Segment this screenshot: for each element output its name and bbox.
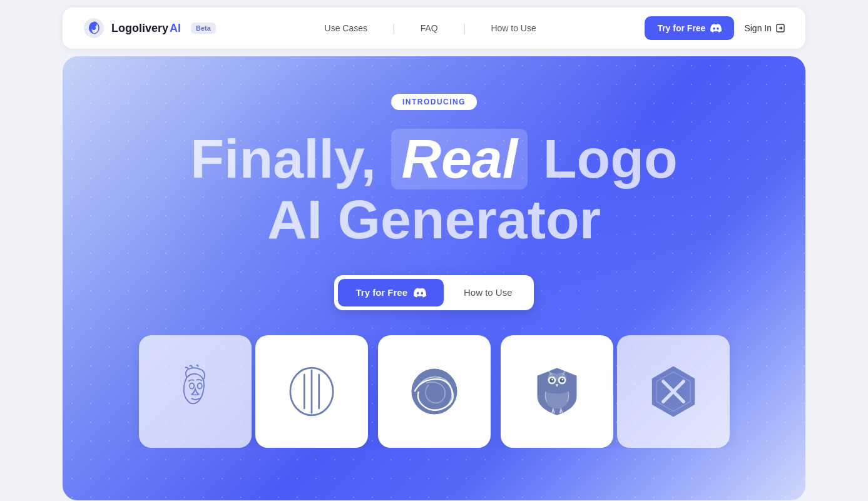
hero-section: INTRODUCING Finally, Real Logo AI Genera…	[63, 56, 805, 500]
brand-name: LogoliveryAI	[111, 22, 181, 35]
hero-title-line2: AI Generator	[190, 190, 677, 250]
hero-title: Finally, Real Logo AI Generator	[190, 129, 677, 250]
face-logo-icon	[167, 363, 223, 420]
brand-logo-icon	[83, 17, 105, 39]
navbar-links: Use Cases | FAQ | How to Use	[325, 22, 536, 35]
logo-card-5	[617, 335, 730, 448]
introducing-badge: INTRODUCING	[391, 94, 477, 110]
nav-divider-2: |	[463, 22, 466, 35]
navbar-try-free-button[interactable]: Try for Free	[645, 16, 734, 40]
logo-card-4	[501, 335, 613, 448]
discord-icon	[710, 23, 722, 34]
navbar: LogoliveryAI Beta Use Cases | FAQ | How …	[63, 8, 805, 49]
logo-card-3	[378, 335, 491, 448]
svg-point-3	[190, 383, 194, 388]
svg-point-16	[561, 378, 563, 380]
hero-title-real: Real	[391, 129, 528, 190]
logo-card-2	[255, 335, 368, 448]
beta-badge: Beta	[191, 23, 216, 34]
logo-cards-row	[63, 335, 805, 448]
hero-title-line1: Finally, Real Logo	[190, 129, 677, 190]
nav-link-how-to-use[interactable]: How to Use	[491, 23, 536, 33]
svg-point-15	[551, 378, 553, 380]
navbar-brand: LogoliveryAI Beta	[83, 17, 216, 39]
discord-cta-icon	[414, 286, 426, 299]
nav-link-use-cases[interactable]: Use Cases	[325, 23, 367, 33]
sign-in-link[interactable]: Sign In	[744, 23, 785, 33]
x-badge-logo-icon	[645, 363, 702, 420]
logo-card-1	[139, 335, 252, 448]
bars-logo-icon	[283, 363, 340, 420]
hero-how-to-use-button[interactable]: How to Use	[446, 280, 530, 305]
sign-in-icon	[775, 23, 785, 33]
hero-try-free-button[interactable]: Try for Free	[338, 279, 444, 306]
nav-link-faq[interactable]: FAQ	[421, 23, 438, 33]
owl-logo-icon	[529, 363, 585, 420]
swirl-logo-icon	[406, 363, 462, 420]
hero-content: INTRODUCING Finally, Real Logo AI Genera…	[63, 56, 805, 448]
svg-point-4	[197, 383, 202, 388]
svg-point-1	[92, 26, 96, 30]
cta-buttons-container: Try for Free How to Use	[334, 275, 533, 310]
nav-divider-1: |	[392, 22, 396, 35]
navbar-actions: Try for Free Sign In	[645, 16, 785, 40]
